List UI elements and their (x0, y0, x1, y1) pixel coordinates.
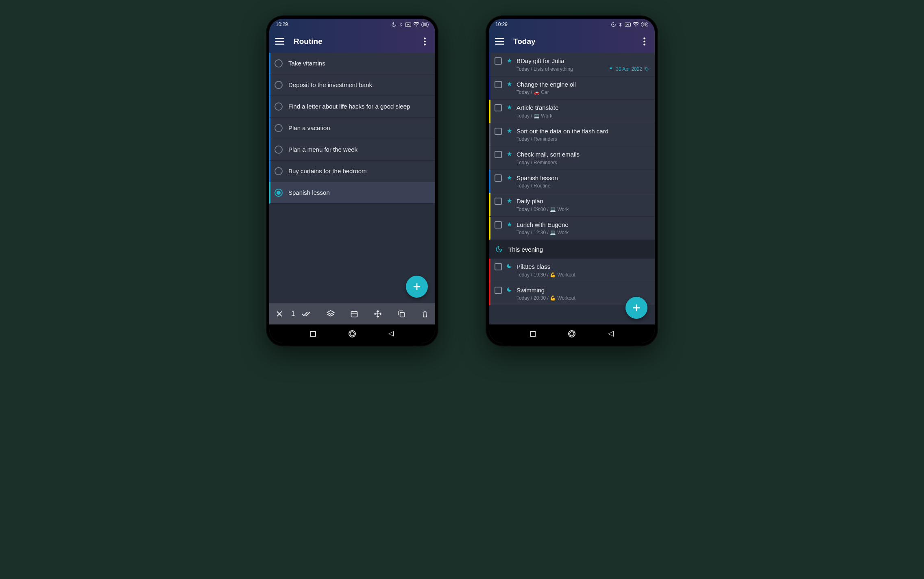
task-checkbox[interactable] (495, 198, 502, 205)
schedule-button[interactable] (349, 309, 360, 319)
task-checkbox[interactable] (495, 104, 502, 111)
task-meta: Today / Lists of everything (516, 66, 573, 72)
nav-back[interactable] (388, 331, 394, 337)
device-routine: 10:29 89 Routine Take v (267, 16, 438, 346)
task-title: Article translate (516, 104, 649, 112)
plus-icon (412, 282, 421, 291)
svg-point-18 (645, 68, 646, 69)
task-radio[interactable] (275, 124, 283, 132)
nav-recents[interactable] (310, 331, 316, 337)
star-icon: ★ (507, 151, 512, 157)
wifi-icon (633, 22, 639, 27)
status-time: 10:29 (495, 22, 508, 27)
task-row[interactable]: Find a letter about life hacks for a goo… (269, 96, 435, 118)
task-radio[interactable] (275, 59, 283, 67)
device-today: 10:29 89 Today ★ (486, 16, 657, 346)
task-checkbox[interactable] (495, 263, 502, 270)
task-title: Take vitamins (288, 59, 325, 67)
add-task-fab[interactable] (406, 276, 428, 298)
menu-button[interactable] (274, 36, 285, 47)
task-row[interactable]: Take vitamins (269, 53, 435, 74)
complete-button[interactable] (301, 309, 312, 319)
task-radio[interactable] (275, 146, 283, 154)
star-icon: ★ (507, 174, 512, 181)
close-icon (276, 310, 283, 318)
today-task-row[interactable]: ★ Daily plan Today / 09:00 / 💻 Work (489, 193, 655, 217)
plus-icon (632, 303, 641, 312)
today-task-row[interactable]: ★ BDay gift for Julia Today / Lists of e… (489, 53, 655, 76)
svg-point-15 (643, 37, 645, 39)
task-checkbox[interactable] (495, 174, 502, 182)
nav-back[interactable] (608, 331, 614, 337)
task-checkbox[interactable] (495, 151, 502, 158)
task-radio[interactable] (275, 102, 283, 111)
move-icon (373, 309, 382, 318)
star-icon: ★ (507, 128, 512, 134)
task-radio[interactable] (275, 167, 283, 175)
task-row[interactable]: Plan a vacation (269, 118, 435, 139)
today-task-row[interactable]: ★ Article translate Today / 💻 Work (489, 100, 655, 123)
task-row[interactable]: Buy curtains for the bedroom (269, 161, 435, 182)
task-meta: Today / 09:00 / 💻 Work (516, 207, 569, 212)
task-title: Spanish lesson (288, 189, 330, 197)
task-row[interactable]: Plan a menu for the week (269, 139, 435, 161)
battery-indicator: 89 (641, 22, 648, 27)
tag-icon (644, 67, 649, 72)
star-icon: ★ (507, 104, 512, 110)
task-meta: Today / Routine (516, 183, 550, 189)
wifi-icon (413, 22, 419, 27)
svg-rect-3 (275, 44, 284, 45)
more-button[interactable] (639, 36, 650, 47)
task-title: Find a letter about life hacks for a goo… (288, 102, 410, 111)
svg-point-16 (643, 41, 645, 43)
app-bar: Today (489, 30, 655, 53)
task-radio-selected[interactable] (275, 189, 283, 197)
task-scroll[interactable]: Take vitamins Deposit to the investment … (269, 53, 435, 303)
task-row[interactable]: Deposit to the investment bank (269, 74, 435, 96)
nav-home[interactable] (568, 330, 575, 337)
task-list: Take vitamins Deposit to the investment … (269, 53, 435, 324)
task-row-selected[interactable]: Spanish lesson (269, 182, 435, 204)
today-task-row[interactable]: ★ Spanish lesson Today / Routine (489, 170, 655, 194)
task-checkbox[interactable] (495, 81, 502, 88)
task-title: Change the engine oil (516, 81, 649, 89)
star-icon: ★ (507, 221, 512, 227)
status-icons: 89 (611, 22, 648, 27)
page-title: Routine (294, 37, 411, 46)
close-selection-button[interactable] (274, 309, 285, 319)
delete-button[interactable] (420, 309, 430, 319)
task-title: BDay gift for Julia (516, 57, 649, 65)
task-checkbox[interactable] (495, 221, 502, 229)
task-checkbox[interactable] (495, 128, 502, 135)
svg-rect-2 (275, 41, 284, 42)
task-radio[interactable] (275, 81, 283, 89)
copy-button[interactable] (396, 309, 407, 319)
task-meta: Today / 12:30 / 💻 Work (516, 230, 569, 235)
menu-button[interactable] (494, 36, 505, 47)
move-to-list-button[interactable] (325, 309, 336, 319)
today-scroll[interactable]: ★ BDay gift for Julia Today / Lists of e… (489, 53, 655, 324)
task-checkbox[interactable] (495, 57, 502, 65)
screen-routine: 10:29 89 Routine Take v (269, 19, 435, 343)
task-title: Lunch with Eugene (516, 221, 649, 229)
more-vert-icon (643, 37, 645, 46)
more-button[interactable] (419, 36, 430, 47)
today-task-row[interactable]: ★ Check mail, sort emails Today / Remind… (489, 146, 655, 170)
status-icons: 89 (391, 22, 429, 27)
task-checkbox[interactable] (495, 287, 502, 294)
reorder-button[interactable] (373, 309, 383, 319)
today-task-row[interactable]: ★ Sort out the data on the flash card To… (489, 123, 655, 147)
selection-toolbar: 1 (269, 303, 435, 324)
today-task-row[interactable]: ★ Lunch with Eugene Today / 12:30 / 💻 Wo… (489, 217, 655, 240)
hamburger-icon (495, 38, 504, 45)
nav-home[interactable] (349, 330, 356, 337)
add-task-fab[interactable] (625, 297, 647, 319)
moon-icon (506, 263, 512, 269)
nav-recents[interactable] (530, 331, 536, 337)
today-task-row[interactable]: ★ Change the engine oil Today / 🚗 Car (489, 76, 655, 100)
svg-rect-20 (633, 307, 640, 309)
section-header-evening[interactable]: This evening (489, 240, 655, 259)
today-task-row[interactable]: Pilates class Today / 19:30 / 💪 Workout (489, 259, 655, 282)
task-title: Pilates class (516, 263, 649, 271)
svg-point-5 (424, 41, 426, 43)
